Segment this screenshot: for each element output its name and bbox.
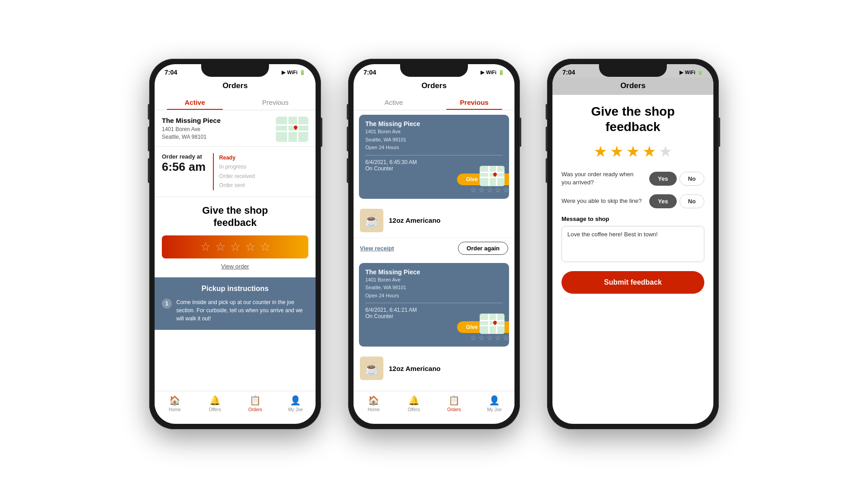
q2-no-btn[interactable]: No — [679, 194, 704, 208]
feedback-section-1: Give the shop feedback ☆ ☆ ☆ ☆ ☆ View or… — [155, 197, 316, 277]
tab-previous-1[interactable]: Previous — [235, 94, 316, 110]
offers-icon-1: 🔔 — [209, 395, 221, 406]
sm-star-1-5[interactable]: ☆ — [503, 186, 509, 194]
pickup-num: 1 — [162, 299, 172, 309]
nav-orders-2[interactable]: 📋 Orders — [434, 395, 474, 412]
pickup-title: Pickup instructions — [162, 285, 308, 293]
stars-bar-1[interactable]: ☆ ☆ ☆ ☆ ☆ — [162, 235, 308, 258]
order-card-2: The Missing Piece 1401 Boren Ave Seattle… — [359, 263, 509, 347]
sm-star-1-2[interactable]: ☆ — [478, 186, 485, 194]
q1-yesno: Yes No — [649, 172, 704, 186]
status-time-3: 7:04 — [562, 69, 575, 76]
order-card-bottom-2: ☆ ☆ ☆ ☆ ☆ Give feedback — [359, 319, 509, 347]
sm-star-1-4[interactable]: ☆ — [495, 186, 501, 194]
shop-addr1: 1401 Boren Ave — [162, 126, 221, 133]
offers-icon-2: 🔔 — [408, 395, 420, 406]
star-1-4[interactable]: ☆ — [245, 240, 255, 254]
q1-no-btn[interactable]: No — [679, 172, 704, 186]
order-card-addr1-1: 1401 Boren Ave — [365, 128, 503, 136]
order-again-btn-1[interactable]: Order again — [458, 242, 508, 255]
nav-home-2[interactable]: 🏠 Home — [354, 395, 394, 412]
star-1-5[interactable]: ☆ — [260, 240, 270, 254]
app-header-1: Orders — [155, 78, 316, 90]
status-icons-2: ▶WiFi🔋 — [481, 70, 505, 75]
order-card-addr2-1: Seattle, WA 98101 — [365, 136, 503, 144]
form-star-2[interactable]: ★ — [610, 142, 623, 160]
q2-yesno: Yes No — [649, 194, 704, 208]
question-row-2: Were you able to skip the line? Yes No — [561, 194, 704, 208]
step-sent: Order sent — [219, 181, 308, 190]
step-inprogress: In progress — [219, 162, 308, 171]
order-card-date-1: 6/4/2021, 6:45:30 AM — [365, 159, 503, 165]
stars-display[interactable]: ★ ★ ★ ★ ★ — [561, 142, 704, 160]
nav-orders-1[interactable]: 📋 Orders — [235, 395, 275, 412]
pickup-text: Come inside and pick up at our counter i… — [176, 298, 308, 323]
orders-icon-1: 📋 — [250, 395, 261, 406]
message-textarea[interactable]: Love the coffee here! Best in town! — [561, 226, 704, 262]
item-name-2: 12oz Americano — [389, 365, 441, 372]
home-icon-2: 🏠 — [368, 395, 379, 406]
app-header-3: Orders — [552, 78, 713, 95]
orders-icon-2: 📋 — [448, 395, 460, 406]
shop-addr2: Seattle, WA 98101 — [162, 133, 221, 141]
message-label: Message to shop — [561, 216, 704, 222]
feedback-form: Give the shop feedback ★ ★ ★ ★ ★ Was you… — [552, 95, 713, 418]
sm-star-1-1[interactable]: ☆ — [470, 186, 476, 194]
form-star-5[interactable]: ★ — [659, 142, 672, 160]
nav-myjoe-2[interactable]: 👤 My Joe — [474, 395, 514, 412]
status-time-2: 7:04 — [363, 69, 376, 76]
order-card-date-2: 6/4/2021, 6:41:21 AM — [365, 307, 503, 313]
order-card-bottom-1: ☆ ☆ ☆ ☆ ☆ Give feedback — [359, 172, 509, 199]
order-item-row-2: ☕ 12oz Americano — [354, 351, 514, 385]
order-card-shop-1: The Missing Piece — [365, 120, 503, 127]
order-item-row-1: ☕ 12oz Americano — [354, 203, 514, 238]
tabs-1: Active Previous — [155, 94, 316, 110]
pickup-section: Pickup instructions 1 Come inside and pi… — [155, 277, 316, 330]
item-img-2: ☕ — [360, 357, 383, 380]
star-1-1[interactable]: ☆ — [200, 240, 211, 254]
order-card-hours-1: Open 24 Hours — [365, 144, 503, 151]
nav-offers-1[interactable]: 🔔 Offers — [195, 395, 235, 412]
order-map-1 — [480, 166, 505, 186]
submit-feedback-btn[interactable]: Submit feedback — [561, 271, 704, 294]
map-thumbnail-1[interactable] — [276, 117, 308, 142]
view-receipt-btn-1[interactable]: View receipt — [360, 242, 394, 255]
bottom-nav-1: 🏠 Home 🔔 Offers 📋 Orders 👤 My Joe — [155, 391, 316, 418]
shop-info: The Missing Piece 1401 Boren Ave Seattle… — [155, 110, 316, 147]
order-map-2 — [480, 314, 505, 334]
item-img-1: ☕ — [360, 209, 383, 232]
form-star-3[interactable]: ★ — [626, 142, 640, 160]
status-time-1: 7:04 — [165, 69, 177, 76]
q2-text: Were you able to skip the line? — [561, 197, 649, 205]
bottom-nav-2: 🏠 Home 🔔 Offers 📋 Orders 👤 My Joe — [354, 391, 514, 418]
order-card-addr2-2: Seattle, WA 98101 — [365, 284, 503, 291]
status-icons-1: ▶WiFi🔋 — [282, 70, 306, 75]
sm-star-1-3[interactable]: ☆ — [486, 186, 493, 194]
feedback-form-title: Give the shop feedback — [561, 104, 704, 134]
order-card-hours-2: Open 24 Hours — [365, 292, 503, 300]
nav-offers-2[interactable]: 🔔 Offers — [394, 395, 434, 412]
tab-previous-2[interactable]: Previous — [434, 94, 514, 110]
order-status-section: Order ready at 6:56 am Ready In progress… — [155, 147, 316, 197]
tab-active-2[interactable]: Active — [354, 94, 434, 110]
form-star-1[interactable]: ★ — [594, 142, 607, 160]
order-card-shop-2: The Missing Piece — [365, 268, 503, 276]
myjoe-icon-1: 👤 — [290, 395, 301, 406]
star-1-3[interactable]: ☆ — [230, 240, 241, 254]
nav-myjoe-1[interactable]: 👤 My Joe — [275, 395, 316, 412]
myjoe-icon-2: 👤 — [489, 395, 500, 406]
order-card-1: The Missing Piece 1401 Boren Ave Seattle… — [359, 115, 509, 199]
star-1-2[interactable]: ☆ — [215, 240, 226, 254]
q1-yes-btn[interactable]: Yes — [649, 172, 676, 186]
q2-yes-btn[interactable]: Yes — [649, 194, 676, 208]
order-ready-label: Order ready at — [162, 153, 206, 160]
tab-active-1[interactable]: Active — [155, 94, 235, 110]
app-header-2: Orders — [354, 78, 514, 90]
form-star-4[interactable]: ★ — [642, 142, 656, 160]
home-icon-1: 🏠 — [169, 395, 180, 406]
feedback-title-1: Give the shop feedback — [162, 204, 308, 229]
nav-home-1[interactable]: 🏠 Home — [155, 395, 195, 412]
view-order-link[interactable]: View order — [162, 263, 308, 270]
step-ready: Ready — [219, 153, 308, 162]
tabs-2: Active Previous — [354, 94, 514, 110]
